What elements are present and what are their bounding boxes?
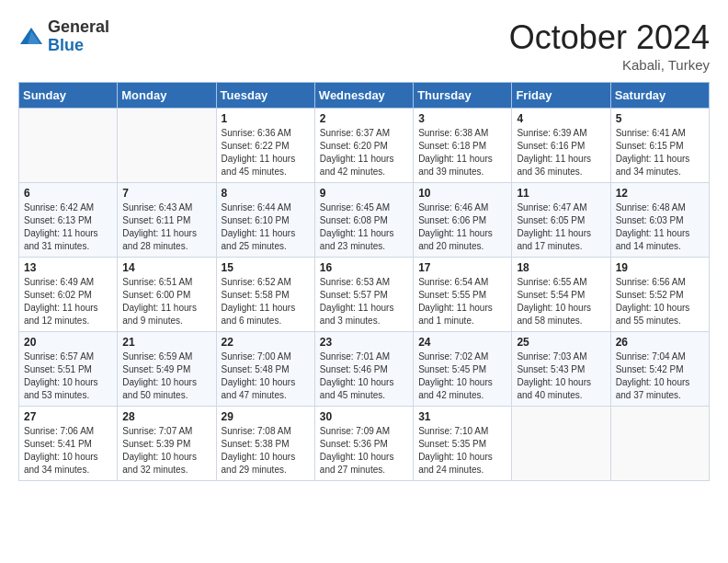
day-number: 29	[222, 410, 310, 423]
logo-text: General Blue	[48, 18, 109, 55]
calendar-cell: 19Sunrise: 6:56 AM Sunset: 5:52 PM Dayli…	[610, 258, 709, 332]
calendar-cell: 25Sunrise: 7:03 AM Sunset: 5:43 PM Dayli…	[512, 332, 610, 407]
header-row: SundayMondayTuesdayWednesdayThursdayFrid…	[19, 83, 710, 109]
day-number: 12	[616, 187, 704, 200]
day-number: 31	[418, 410, 506, 423]
calendar-cell: 18Sunrise: 6:55 AM Sunset: 5:54 PM Dayli…	[512, 258, 610, 332]
day-number: 19	[616, 261, 704, 274]
day-number: 9	[320, 187, 408, 200]
calendar-cell	[512, 407, 610, 481]
calendar-cell: 24Sunrise: 7:02 AM Sunset: 5:45 PM Dayli…	[414, 332, 512, 407]
calendar-cell: 17Sunrise: 6:54 AM Sunset: 5:55 PM Dayli…	[414, 258, 512, 332]
cell-content: Sunrise: 6:53 AM Sunset: 5:57 PM Dayligh…	[320, 276, 408, 327]
calendar-cell: 14Sunrise: 6:51 AM Sunset: 6:00 PM Dayli…	[118, 258, 216, 332]
cell-content: Sunrise: 7:02 AM Sunset: 5:45 PM Dayligh…	[418, 350, 506, 402]
day-number: 13	[24, 261, 112, 274]
calendar-cell: 16Sunrise: 6:53 AM Sunset: 5:57 PM Dayli…	[314, 258, 413, 332]
calendar-cell: 27Sunrise: 7:06 AM Sunset: 5:41 PM Dayli…	[19, 407, 118, 481]
location: Kabali, Turkey	[509, 57, 710, 73]
day-number: 23	[320, 336, 408, 349]
day-header-sunday: Sunday	[19, 83, 118, 109]
day-number: 21	[122, 336, 210, 349]
cell-content: Sunrise: 6:38 AM Sunset: 6:18 PM Dayligh…	[418, 127, 506, 178]
calendar-cell: 1Sunrise: 6:36 AM Sunset: 6:22 PM Daylig…	[216, 109, 314, 183]
cell-content: Sunrise: 6:54 AM Sunset: 5:55 PM Dayligh…	[418, 276, 506, 327]
cell-content: Sunrise: 7:09 AM Sunset: 5:36 PM Dayligh…	[320, 425, 408, 477]
calendar-cell: 3Sunrise: 6:38 AM Sunset: 6:18 PM Daylig…	[414, 109, 512, 183]
calendar-cell: 4Sunrise: 6:39 AM Sunset: 6:16 PM Daylig…	[512, 109, 610, 183]
day-number: 28	[122, 410, 210, 423]
day-number: 8	[222, 187, 310, 200]
cell-content: Sunrise: 6:46 AM Sunset: 6:06 PM Dayligh…	[418, 201, 506, 253]
calendar-cell: 6Sunrise: 6:42 AM Sunset: 6:13 PM Daylig…	[19, 183, 118, 258]
day-number: 6	[24, 187, 112, 200]
calendar-cell: 28Sunrise: 7:07 AM Sunset: 5:39 PM Dayli…	[118, 407, 216, 481]
cell-content: Sunrise: 7:06 AM Sunset: 5:41 PM Dayligh…	[24, 425, 112, 477]
calendar-cell: 22Sunrise: 7:00 AM Sunset: 5:48 PM Dayli…	[216, 332, 314, 407]
day-number: 5	[616, 112, 704, 125]
cell-content: Sunrise: 6:42 AM Sunset: 6:13 PM Dayligh…	[24, 201, 112, 253]
calendar-cell: 11Sunrise: 6:47 AM Sunset: 6:05 PM Dayli…	[512, 183, 610, 258]
week-row-2: 6Sunrise: 6:42 AM Sunset: 6:13 PM Daylig…	[19, 183, 710, 258]
week-row-5: 27Sunrise: 7:06 AM Sunset: 5:41 PM Dayli…	[19, 407, 710, 481]
week-row-4: 20Sunrise: 6:57 AM Sunset: 5:51 PM Dayli…	[19, 332, 710, 407]
day-number: 3	[418, 112, 506, 125]
day-number: 20	[24, 336, 112, 349]
week-row-3: 13Sunrise: 6:49 AM Sunset: 6:02 PM Dayli…	[19, 258, 710, 332]
calendar-cell: 7Sunrise: 6:43 AM Sunset: 6:11 PM Daylig…	[118, 183, 216, 258]
cell-content: Sunrise: 6:45 AM Sunset: 6:08 PM Dayligh…	[320, 201, 408, 253]
day-number: 18	[517, 261, 605, 274]
day-number: 15	[222, 261, 310, 274]
logo-general: General	[48, 18, 109, 37]
title-block: October 2024 Kabali, Turkey	[509, 18, 710, 73]
month-title: October 2024	[509, 18, 710, 57]
day-number: 16	[320, 261, 408, 274]
cell-content: Sunrise: 6:39 AM Sunset: 6:16 PM Dayligh…	[517, 127, 605, 178]
calendar-cell: 23Sunrise: 7:01 AM Sunset: 5:46 PM Dayli…	[314, 332, 413, 407]
day-number: 1	[222, 112, 310, 125]
cell-content: Sunrise: 6:47 AM Sunset: 6:05 PM Dayligh…	[517, 201, 605, 253]
day-number: 25	[517, 336, 605, 349]
day-number: 10	[418, 187, 506, 200]
calendar-cell: 26Sunrise: 7:04 AM Sunset: 5:42 PM Dayli…	[610, 332, 709, 407]
calendar-cell: 21Sunrise: 6:59 AM Sunset: 5:49 PM Dayli…	[118, 332, 216, 407]
cell-content: Sunrise: 6:43 AM Sunset: 6:11 PM Dayligh…	[122, 201, 210, 253]
calendar-cell: 8Sunrise: 6:44 AM Sunset: 6:10 PM Daylig…	[216, 183, 314, 258]
day-number: 17	[418, 261, 506, 274]
calendar-cell	[19, 109, 118, 183]
calendar-table: SundayMondayTuesdayWednesdayThursdayFrid…	[18, 82, 710, 481]
calendar-cell: 13Sunrise: 6:49 AM Sunset: 6:02 PM Dayli…	[19, 258, 118, 332]
calendar-cell	[610, 407, 709, 481]
day-number: 14	[122, 261, 210, 274]
day-header-monday: Monday	[118, 83, 216, 109]
cell-content: Sunrise: 6:55 AM Sunset: 5:54 PM Dayligh…	[517, 276, 605, 327]
logo: General Blue	[18, 18, 109, 55]
day-number: 11	[517, 187, 605, 200]
calendar-cell	[118, 109, 216, 183]
cell-content: Sunrise: 6:49 AM Sunset: 6:02 PM Dayligh…	[24, 276, 112, 327]
day-header-friday: Friday	[512, 83, 610, 109]
logo-blue: Blue	[48, 37, 109, 55]
day-header-tuesday: Tuesday	[216, 83, 314, 109]
day-header-thursday: Thursday	[414, 83, 512, 109]
cell-content: Sunrise: 6:52 AM Sunset: 5:58 PM Dayligh…	[222, 276, 310, 327]
cell-content: Sunrise: 7:07 AM Sunset: 5:39 PM Dayligh…	[122, 425, 210, 477]
cell-content: Sunrise: 6:56 AM Sunset: 5:52 PM Dayligh…	[616, 276, 704, 327]
cell-content: Sunrise: 6:59 AM Sunset: 5:49 PM Dayligh…	[122, 350, 210, 402]
cell-content: Sunrise: 6:57 AM Sunset: 5:51 PM Dayligh…	[24, 350, 112, 402]
calendar-cell: 15Sunrise: 6:52 AM Sunset: 5:58 PM Dayli…	[216, 258, 314, 332]
calendar-cell: 9Sunrise: 6:45 AM Sunset: 6:08 PM Daylig…	[314, 183, 413, 258]
calendar-cell: 2Sunrise: 6:37 AM Sunset: 6:20 PM Daylig…	[314, 109, 413, 183]
week-row-1: 1Sunrise: 6:36 AM Sunset: 6:22 PM Daylig…	[19, 109, 710, 183]
cell-content: Sunrise: 6:41 AM Sunset: 6:15 PM Dayligh…	[616, 127, 704, 178]
day-number: 30	[320, 410, 408, 423]
logo-icon	[18, 24, 44, 50]
day-number: 24	[418, 336, 506, 349]
cell-content: Sunrise: 7:10 AM Sunset: 5:35 PM Dayligh…	[418, 425, 506, 477]
cell-content: Sunrise: 6:51 AM Sunset: 6:00 PM Dayligh…	[122, 276, 210, 327]
cell-content: Sunrise: 6:37 AM Sunset: 6:20 PM Dayligh…	[320, 127, 408, 178]
calendar-cell: 30Sunrise: 7:09 AM Sunset: 5:36 PM Dayli…	[314, 407, 413, 481]
day-number: 4	[517, 112, 605, 125]
calendar-cell: 31Sunrise: 7:10 AM Sunset: 5:35 PM Dayli…	[414, 407, 512, 481]
calendar-cell: 29Sunrise: 7:08 AM Sunset: 5:38 PM Dayli…	[216, 407, 314, 481]
